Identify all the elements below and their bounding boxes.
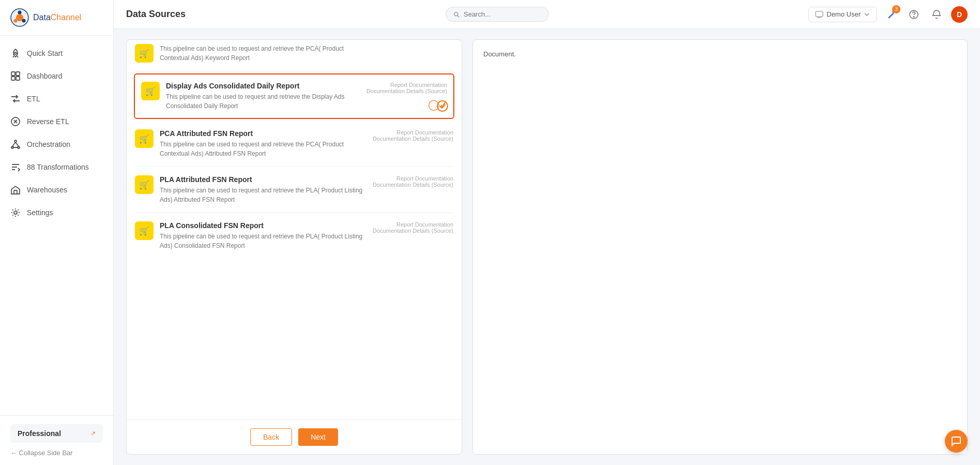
svg-point-17 xyxy=(454,12,457,16)
sidebar-item-label: Reverse ETL xyxy=(27,117,69,126)
magic-icon-btn[interactable]: 3 xyxy=(883,6,899,23)
svg-rect-19 xyxy=(816,11,823,17)
svg-rect-8 xyxy=(16,72,20,76)
sidebar-item-transformations[interactable]: 88 Transformations xyxy=(0,156,113,178)
pipeline-name: PCA Attributed FSN Report xyxy=(160,129,366,138)
report-doc-link[interactable]: Report Documentation xyxy=(373,129,453,136)
doc-source-link[interactable]: Documentation Details (Source) xyxy=(373,182,453,188)
external-link-icon: ↗ xyxy=(90,430,96,437)
svg-text:🛒: 🛒 xyxy=(139,180,149,190)
list-item[interactable]: 🛒 Display Ads Consolidated Daily Report … xyxy=(134,73,454,119)
list-item[interactable]: 🛒 PLA Attributed FSN Report This pipelin… xyxy=(135,167,453,213)
report-doc-link[interactable]: Report Documentation xyxy=(373,221,453,228)
search-box[interactable] xyxy=(446,7,549,22)
sidebar-footer: Professional ↗ ← Collapse Side Bar xyxy=(0,415,113,465)
sidebar-item-label: Dashboard xyxy=(27,72,63,80)
pipeline-description: This pipeline can be used to request and… xyxy=(160,186,366,204)
svg-point-21 xyxy=(913,16,914,17)
content-area: 🛒 This pipeline can be used to request a… xyxy=(114,29,980,465)
notification-btn[interactable] xyxy=(928,6,945,23)
doc-panel: Document. xyxy=(472,39,968,455)
pipeline-icon: 🛒 xyxy=(135,221,154,240)
sidebar-item-reverse-etl[interactable]: Reverse ETL xyxy=(0,110,113,133)
report-doc-link[interactable]: Report Documentation xyxy=(366,82,447,88)
list-item[interactable]: 🛒 PCA Attributed FSN Report This pipelin… xyxy=(135,121,453,167)
pipeline-icon: 🛒 xyxy=(135,129,154,148)
reverse-icon xyxy=(10,116,21,127)
search-icon xyxy=(453,11,460,18)
sidebar-nav: Quick Start Dashboard ETL xyxy=(0,36,113,415)
svg-rect-10 xyxy=(16,77,20,80)
svg-point-4 xyxy=(14,19,18,23)
svg-rect-9 xyxy=(11,77,15,80)
pipeline-links: Report Documentation Documentation Detai… xyxy=(366,82,447,94)
pipeline-list: 🛒 This pipeline can be used to request a… xyxy=(127,40,462,419)
professional-badge[interactable]: Professional ↗ xyxy=(10,424,103,443)
doc-text: Document. xyxy=(483,50,516,58)
user-selector[interactable]: Demo User xyxy=(808,7,877,22)
pipeline-description: This pipeline can be used to request and… xyxy=(166,92,360,111)
selected-checkmark-icon xyxy=(437,100,448,112)
topbar: Data Sources Demo User xyxy=(114,0,980,29)
pipeline-description: This pipeline can be used to request and… xyxy=(160,232,366,250)
chat-button[interactable] xyxy=(945,430,968,453)
svg-rect-15 xyxy=(14,190,17,194)
pipeline-icon: 🛒 xyxy=(135,44,154,63)
doc-source-link[interactable]: Documentation Details (Source) xyxy=(373,136,453,142)
sidebar-item-label: Orchestration xyxy=(27,140,70,148)
sidebar-item-orchestration[interactable]: Orchestration xyxy=(0,133,113,156)
pipeline-icon: 🛒 xyxy=(141,82,160,100)
svg-text:🛒: 🛒 xyxy=(139,134,149,144)
sidebar-item-label: 88 Transformations xyxy=(27,163,89,171)
collapse-sidebar-button[interactable]: ← Collapse Side Bar xyxy=(10,449,103,457)
pipeline-description: This pipeline can be used to request and… xyxy=(160,44,375,63)
doc-source-link[interactable]: Documentation Details (Source) xyxy=(373,228,453,234)
sidebar-item-warehouses[interactable]: Warehouses xyxy=(0,178,113,201)
pipeline-links: Report Documentation Documentation Detai… xyxy=(373,129,453,142)
svg-rect-7 xyxy=(11,72,15,76)
pipeline-info: PLA Attributed FSN Report This pipeline … xyxy=(160,175,366,204)
pipeline-name: PLA Consolidated FSN Report xyxy=(160,221,366,230)
shuffle-icon xyxy=(10,94,21,104)
svg-text:🛒: 🛒 xyxy=(139,49,149,58)
sidebar-item-settings[interactable]: Settings xyxy=(0,201,113,224)
chat-icon xyxy=(951,436,962,447)
sidebar-item-label: ETL xyxy=(27,95,40,103)
avatar[interactable]: D xyxy=(951,6,968,23)
list-item[interactable]: 🛒 PLA Consolidated FSN Report This pipel… xyxy=(135,213,453,259)
sidebar-item-label: Quick Start xyxy=(27,49,63,57)
main-content: Data Sources Demo User xyxy=(114,0,980,465)
search-input[interactable] xyxy=(464,10,541,18)
pipeline-info: PCA Attributed FSN Report This pipeline … xyxy=(160,129,366,158)
svg-text:🛒: 🛒 xyxy=(145,86,156,96)
svg-point-16 xyxy=(14,211,17,214)
sidebar-item-etl[interactable]: ETL xyxy=(0,87,113,110)
logo-icon xyxy=(10,8,29,27)
svg-text:🛒: 🛒 xyxy=(139,226,149,236)
notification-badge: 3 xyxy=(892,5,900,13)
logo-text: DataChannel xyxy=(33,13,81,22)
transform-icon xyxy=(10,162,21,172)
chevron-down-icon xyxy=(864,11,870,18)
svg-point-6 xyxy=(14,52,17,54)
doc-source-link[interactable]: Documentation Details (Source) xyxy=(366,88,447,94)
pipeline-footer: Back Next xyxy=(127,419,462,454)
svg-point-26 xyxy=(437,101,448,111)
sidebar-item-dashboard[interactable]: Dashboard xyxy=(0,65,113,87)
next-button[interactable]: Next xyxy=(298,428,338,446)
user-selector-icon xyxy=(815,10,823,19)
svg-point-2 xyxy=(18,11,22,14)
pipeline-name: PLA Attributed FSN Report xyxy=(160,175,366,184)
help-btn[interactable] xyxy=(906,6,922,23)
pipeline-icon: 🛒 xyxy=(135,175,154,194)
user-name: Demo User xyxy=(826,10,861,18)
sidebar: DataChannel Quick Start xyxy=(0,0,114,465)
rocket-icon xyxy=(10,48,21,58)
report-doc-link[interactable]: Report Documentation xyxy=(373,175,453,182)
list-item[interactable]: 🛒 This pipeline can be used to request a… xyxy=(135,40,453,71)
back-button[interactable]: Back xyxy=(250,428,292,446)
sidebar-item-quick-start[interactable]: Quick Start xyxy=(0,42,113,65)
pipeline-links: Report Documentation Documentation Detai… xyxy=(373,221,453,234)
pipeline-panel: 🛒 This pipeline can be used to request a… xyxy=(126,39,462,455)
pipeline-info: PLA Consolidated FSN Report This pipelin… xyxy=(160,221,366,250)
